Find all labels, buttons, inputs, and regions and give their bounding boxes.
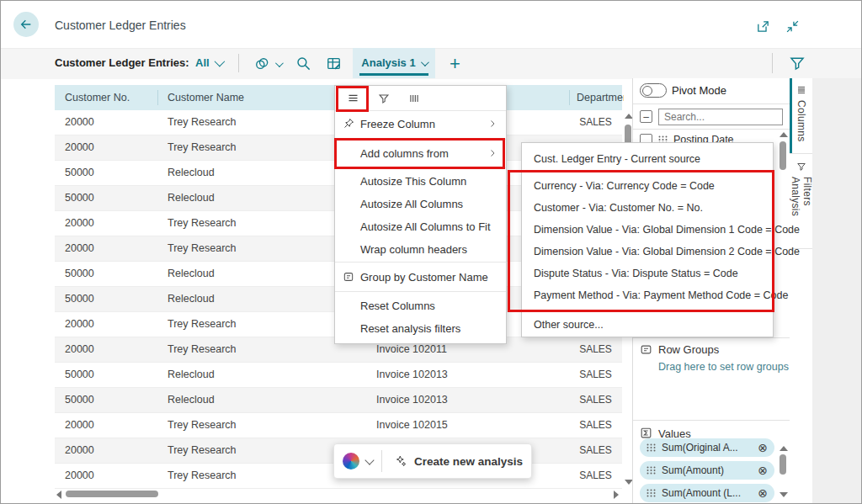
cell-customer-name: Trey Research: [168, 470, 237, 481]
submenu-item-other-source[interactable]: Other source...: [522, 314, 773, 336]
cell-document: Invoice 102013: [376, 369, 448, 380]
values-scroll-down-arrow[interactable]: [780, 492, 788, 497]
menu-item-label: Autosize All Columns to Fit: [360, 220, 491, 233]
menu-item-label: Freeze Column: [360, 118, 435, 130]
submenu-source-item[interactable]: Dispute Status - Via: Dispute Status = C…: [522, 263, 773, 284]
floating-action-bar: Create new analysis: [333, 443, 532, 479]
menu-separator: [335, 291, 506, 292]
cell-customer-no: 20000: [65, 343, 94, 355]
menu-item-autosize-all-columns[interactable]: Autosize All Columns: [335, 193, 506, 215]
analysis-mode-icon[interactable]: [326, 56, 342, 72]
value-pill[interactable]: Sum(Amount) ⊗: [640, 461, 774, 480]
row-groups-icon: [640, 343, 652, 356]
cell-customer-name: Relecloud: [168, 167, 215, 178]
menu-item-autosize-all-columns-to-fit[interactable]: Autosize All Columns to Fit: [335, 215, 506, 238]
new-analysis-tab-button[interactable]: +: [450, 53, 460, 75]
value-pill[interactable]: Sum(Original A... ⊗: [640, 438, 774, 457]
chevron-down-icon[interactable]: [364, 455, 374, 464]
page-title: Customer Ledger Entries: [55, 19, 186, 32]
select-all-checkbox[interactable]: –: [640, 110, 652, 123]
submenu-item-current-source[interactable]: Cust. Ledger Entry - Current source: [522, 148, 773, 170]
column-header-customer-no[interactable]: Customer No.: [65, 92, 130, 103]
panel-divider: [633, 337, 790, 338]
value-pill-label: Sum(Original A...: [662, 442, 758, 454]
scroll-right-arrow[interactable]: [614, 491, 619, 499]
menu-item-wrap-column-headers[interactable]: Wrap column headers: [335, 238, 506, 261]
search-row: –: [633, 106, 790, 128]
copilot-icon[interactable]: [343, 453, 359, 470]
collapse-window-icon[interactable]: [785, 19, 800, 34]
create-new-analysis-button[interactable]: Create new analysis: [394, 454, 523, 468]
pivot-mode-toggle[interactable]: [640, 83, 667, 98]
column-divider[interactable]: [569, 90, 570, 105]
values-scrollbar-thumb[interactable]: [780, 454, 786, 475]
back-button[interactable]: [13, 12, 39, 37]
cell-department: SALES: [569, 419, 622, 431]
menu-item-label: Add columns from: [360, 147, 449, 160]
columns-search-input[interactable]: [658, 109, 783, 125]
column-header-department[interactable]: Department..: [577, 92, 624, 103]
view-scope-dropdown[interactable]: All: [195, 56, 222, 69]
panel-scrollbar-thumb[interactable]: [780, 141, 786, 170]
submenu-source-list: Currency - Via: Currency Code = Code Cus…: [522, 171, 773, 306]
submenu-source-item[interactable]: Customer - Via: Customer No. = No.: [522, 197, 773, 219]
remove-value-icon[interactable]: ⊗: [758, 487, 768, 499]
cell-document: Invoice 102011: [376, 343, 447, 355]
menu-item-group-by-customer-name[interactable]: Group by Customer Name: [335, 264, 506, 290]
cell-customer-no: 20000: [65, 242, 94, 254]
menu-icon[interactable]: [347, 92, 359, 104]
drag-grip-icon: [646, 466, 656, 475]
menu-item-freeze-column[interactable]: Freeze Column: [335, 113, 506, 135]
menu-item-label: Reset analysis filters: [360, 322, 460, 335]
toolbar-divider: [238, 54, 239, 72]
pivot-mode-label: Pivot Mode: [672, 84, 726, 97]
menu-item-reset-analysis-filters[interactable]: Reset analysis filters: [335, 317, 506, 340]
divider: [381, 450, 382, 472]
chevron-right-icon: [487, 119, 498, 129]
context-menu-icon-row: [335, 86, 506, 111]
filter-pane-icon[interactable]: [789, 55, 806, 72]
table-row[interactable]: 20000 Trey Research Invoice 102015 SALES: [55, 413, 622, 438]
remove-value-icon[interactable]: ⊗: [758, 442, 768, 454]
submenu-source-item[interactable]: Currency - Via: Currency Code = Code: [522, 175, 773, 197]
panel-scroll-up-arrow[interactable]: [780, 132, 788, 137]
menu-item-label: Reset Columns: [360, 300, 435, 312]
menu-item-reset-columns[interactable]: Reset Columns: [335, 294, 506, 317]
cell-customer-no: 20000: [65, 419, 94, 431]
values-scroll-up-arrow[interactable]: [780, 446, 788, 451]
sigma-icon: [640, 427, 652, 439]
open-in-new-window-icon[interactable]: [756, 19, 770, 34]
tab-columns[interactable]: Columns: [790, 78, 812, 154]
value-pill[interactable]: Sum(Amount (L... ⊗: [640, 484, 774, 502]
cell-customer-no: 20000: [65, 470, 94, 481]
chevron-right-icon: [487, 148, 498, 158]
create-new-analysis-label: Create new analysis: [414, 455, 523, 468]
cell-customer-name: Relecloud: [168, 369, 215, 380]
menu-item-autosize-this-column[interactable]: Autosize This Column: [335, 170, 506, 193]
cell-customer-no: 20000: [65, 141, 94, 153]
drag-grip-icon: [646, 489, 656, 497]
cell-department: SALES: [569, 343, 622, 355]
columns-icon[interactable]: [408, 93, 420, 104]
table-row[interactable]: 50000 Relecloud Invoice 102013 SALES: [55, 363, 622, 388]
submenu-item-label: Dimension Value - Via: Global Dimension …: [534, 246, 800, 257]
cell-customer-no: 50000: [65, 394, 94, 406]
copilot-menu-button[interactable]: [253, 56, 281, 72]
submenu-source-item[interactable]: Dimension Value - Via: Global Dimension …: [522, 241, 773, 263]
submenu-source-item[interactable]: Dimension Value - Via: Global Dimension …: [522, 219, 773, 241]
column-header-customer-name[interactable]: Customer Name: [168, 92, 244, 103]
search-button[interactable]: [295, 56, 311, 72]
drag-grip-icon: [646, 443, 656, 452]
column-divider[interactable]: [157, 90, 158, 105]
horizontal-scrollbar-thumb[interactable]: [66, 491, 158, 497]
cell-customer-name: Trey Research: [168, 444, 237, 456]
table-row[interactable]: 50000 Relecloud Invoice 102013 SALES: [55, 388, 622, 413]
tab-analysis-1[interactable]: Analysis 1: [353, 48, 435, 78]
menu-item-add-columns-from[interactable]: Add columns from: [335, 141, 506, 167]
remove-value-icon[interactable]: ⊗: [758, 464, 768, 476]
panel-divider: [633, 129, 790, 130]
submenu-source-item[interactable]: Payment Method - Via: Payment Method Cod…: [522, 284, 773, 306]
submenu-separator: [522, 310, 773, 311]
scroll-left-arrow[interactable]: [56, 491, 61, 499]
filter-icon[interactable]: [378, 93, 390, 104]
